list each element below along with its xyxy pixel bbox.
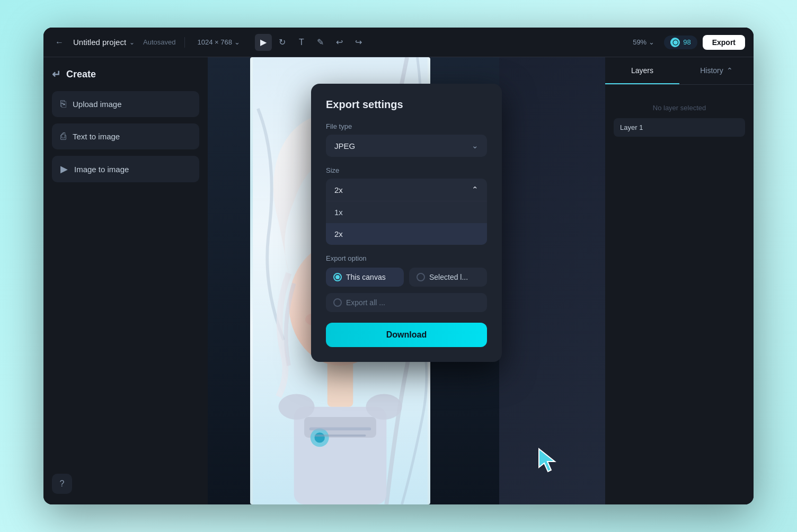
redo-button[interactable]: ↪ [350, 34, 367, 51]
canvas-option-label: This canvas [346, 273, 386, 281]
export-option-selected[interactable]: Selected l... [409, 268, 487, 287]
size-option-2x[interactable]: 2x [326, 223, 487, 245]
file-type-select[interactable]: JPEG ⌄ [326, 135, 487, 157]
file-type-chevron-icon: ⌄ [472, 141, 479, 150]
undo-button[interactable]: ↩ [331, 34, 348, 51]
tab-history[interactable]: History ⌃ [679, 57, 754, 84]
right-sidebar: Layers History ⌃ No layer selected Layer… [605, 57, 754, 504]
dimensions-chevron-icon: ⌄ [234, 38, 240, 46]
tab-layers[interactable]: Layers [605, 57, 679, 84]
rotate-tool-button[interactable]: ↻ [274, 34, 291, 51]
history-chevron-icon: ⌃ [727, 66, 733, 75]
upload-label: Upload image [73, 100, 122, 109]
size-chevron-up-icon: ⌃ [472, 185, 479, 194]
sidebar-footer: ? [52, 474, 199, 494]
size-option-1x[interactable]: 1x [326, 201, 487, 223]
download-button[interactable]: Download [326, 323, 487, 347]
autosaved-status: Autosaved [143, 38, 175, 46]
main-area: ↵ Create ⎘ Upload image ⎙ Text to image … [43, 57, 754, 504]
credits-badge: ◯ 98 [664, 36, 697, 49]
svg-rect-20 [314, 435, 366, 437]
sidebar-item-image-to-image[interactable]: ▶ Image to image [52, 156, 199, 182]
export-button[interactable]: Export [703, 35, 745, 50]
help-icon: ? [60, 479, 65, 489]
back-button[interactable]: ← [52, 35, 67, 50]
layer-item[interactable]: Layer 1 [614, 118, 745, 137]
selected-option-label: Selected l... [429, 273, 468, 281]
size-select[interactable]: 2x ⌃ [326, 179, 487, 201]
svg-point-5 [279, 394, 315, 420]
create-icon: ↵ [52, 68, 61, 81]
header-divider [184, 37, 185, 48]
size-dropdown: 1x 2x [326, 201, 487, 245]
size-1x-label: 1x [334, 208, 343, 217]
select-tool-button[interactable]: ▶ [255, 34, 272, 51]
left-sidebar: ↵ Create ⎘ Upload image ⎙ Text to image … [43, 57, 208, 504]
canvas-area[interactable]: Export settings File type JPEG ⌄ Size 2x… [208, 57, 605, 504]
size-2x-label: 2x [334, 229, 343, 238]
modal-title: Export settings [326, 99, 487, 111]
project-title-text: Untitled project [73, 38, 126, 47]
dimensions-control[interactable]: 1024 × 768 ⌄ [193, 36, 244, 48]
project-title[interactable]: Untitled project ⌄ [73, 38, 135, 47]
header: ← Untitled project ⌄ Autosaved 1024 × 76… [43, 28, 754, 57]
app-window: ← Untitled project ⌄ Autosaved 1024 × 76… [43, 28, 754, 504]
svg-point-6 [366, 394, 402, 420]
header-right: 59% ⌄ ◯ 98 Export [628, 35, 745, 50]
image-to-image-label: Image to image [74, 165, 129, 174]
history-tab-label: History [700, 66, 723, 75]
export-options-row: This canvas Selected l... [326, 268, 487, 287]
canvas-radio [333, 273, 342, 281]
export-option-canvas[interactable]: This canvas [326, 268, 404, 287]
pen-tool-button[interactable]: ✎ [312, 34, 329, 51]
canvas-dark-overlay [499, 57, 605, 504]
sidebar-item-upload[interactable]: ⎘ Upload image [52, 91, 199, 117]
export-option-label: Export option [326, 254, 487, 262]
layers-content: No layer selected Layer 1 [605, 85, 754, 504]
selected-radio [417, 273, 425, 281]
create-label: Create [66, 69, 96, 80]
title-chevron-icon: ⌄ [129, 39, 135, 46]
export-option-all[interactable]: Export all ... [326, 293, 487, 312]
image-to-image-icon: ▶ [60, 163, 68, 175]
right-sidebar-tabs: Layers History ⌃ [605, 57, 754, 85]
export-all-radio [333, 298, 342, 307]
upload-icon: ⎘ [60, 99, 66, 110]
credits-value: 98 [683, 38, 690, 46]
text-to-image-label: Text to image [73, 132, 120, 141]
dimensions-text: 1024 × 768 [198, 38, 232, 46]
export-modal: Export settings File type JPEG ⌄ Size 2x… [311, 84, 502, 362]
size-section: Size 2x ⌃ 1x 2x [326, 166, 487, 245]
text-to-image-icon: ⎙ [60, 131, 66, 142]
zoom-chevron-icon: ⌄ [649, 38, 654, 46]
size-selected-value: 2x [334, 185, 343, 194]
layers-tab-label: Layers [631, 66, 653, 75]
export-all-label: Export all ... [346, 298, 385, 307]
zoom-value: 59% [633, 38, 647, 46]
back-icon: ← [55, 38, 64, 47]
svg-point-4 [314, 432, 324, 442]
svg-rect-19 [309, 427, 371, 430]
sidebar-header: ↵ Create [52, 68, 199, 81]
file-type-label: File type [326, 122, 487, 130]
size-label: Size [326, 166, 487, 174]
credits-icon: ◯ [670, 38, 680, 47]
tool-bar: ▶ ↻ T ✎ ↩ ↪ [255, 34, 367, 51]
sidebar-item-text-to-image[interactable]: ⎙ Text to image [52, 123, 199, 149]
text-tool-button[interactable]: T [293, 34, 310, 51]
no-layer-text: No layer selected [614, 104, 745, 112]
zoom-control[interactable]: 59% ⌄ [628, 36, 659, 48]
help-button[interactable]: ? [52, 474, 72, 494]
file-type-value: JPEG [334, 141, 355, 150]
